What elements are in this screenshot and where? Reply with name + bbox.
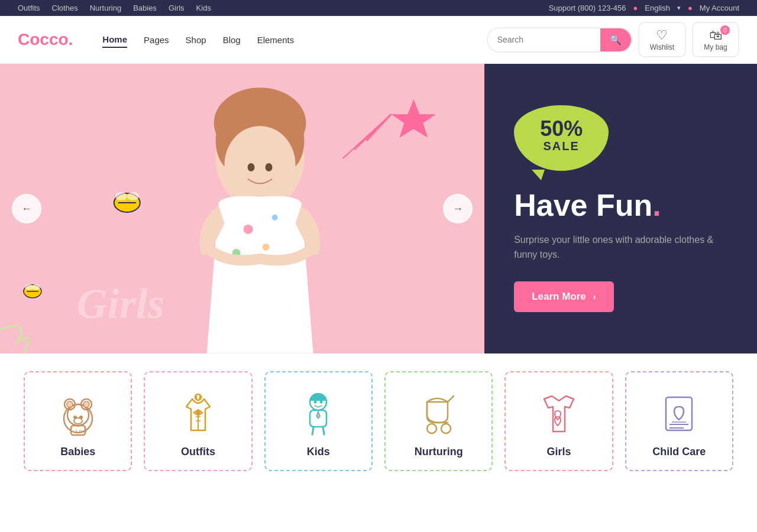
hero-content-panel: 50% SALE Have Fun. Surprise your little … xyxy=(484,64,757,353)
bear-icon: Love xyxy=(54,390,102,437)
nav-blog[interactable]: Blog xyxy=(223,33,241,47)
sale-badge: 50% SALE xyxy=(514,105,609,171)
kids-icon xyxy=(295,390,342,437)
category-girls-label: Girls xyxy=(517,446,600,458)
learn-more-button[interactable]: Learn More › xyxy=(514,281,613,312)
svg-text:Girls: Girls xyxy=(77,280,164,327)
svg-point-37 xyxy=(83,401,89,407)
svg-point-9 xyxy=(263,244,270,251)
hero-section: Girls ← → 50% SALE Have Fun. Surprise yo… xyxy=(0,64,757,353)
search-icon: 🔍 xyxy=(610,35,622,45)
svg-rect-54 xyxy=(666,397,692,430)
svg-text:Love: Love xyxy=(76,429,87,434)
chevron-down-icon: ▾ xyxy=(677,4,681,12)
svg-marker-47 xyxy=(316,411,320,419)
svg-point-11 xyxy=(272,215,278,220)
nav-pages[interactable]: Pages xyxy=(144,33,169,47)
svg-line-48 xyxy=(312,427,313,434)
search-button[interactable]: 🔍 xyxy=(600,28,631,51)
category-nurturing-label: Nurturing xyxy=(397,446,480,458)
category-babies-label: Babies xyxy=(37,446,119,458)
category-outfits[interactable]: Outfits xyxy=(144,371,252,471)
svg-point-50 xyxy=(314,401,317,404)
language-selector[interactable]: English xyxy=(645,4,670,12)
header-right: 🔍 ♡ Wishlist 0 🛍 My bag xyxy=(487,22,739,57)
support-text: Support (800) 123-456 xyxy=(549,4,626,12)
svg-point-52 xyxy=(427,424,436,433)
hero-background: Girls xyxy=(0,64,484,353)
top-nav-outfits[interactable]: Outfits xyxy=(18,4,40,12)
outfit-icon xyxy=(174,390,222,437)
sale-percent: 50% xyxy=(532,118,591,140)
svg-point-36 xyxy=(67,401,73,407)
nav-shop[interactable]: Shop xyxy=(186,33,206,47)
wishlist-button[interactable]: ♡ Wishlist xyxy=(638,22,686,57)
main-nav: Home Pages Shop Blog Elements xyxy=(102,32,294,48)
sale-label: SALE xyxy=(532,140,591,153)
logo[interactable]: Cocco. xyxy=(18,30,73,49)
hero-title-dot: . xyxy=(652,188,661,222)
learn-more-label: Learn More xyxy=(532,291,586,303)
svg-line-49 xyxy=(323,427,324,434)
search-wrap: 🔍 xyxy=(487,27,632,53)
nav-elements[interactable]: Elements xyxy=(257,33,295,47)
top-nav-kids[interactable]: Kids xyxy=(196,4,211,12)
svg-point-25 xyxy=(25,284,33,290)
hero-title-text: Have Fun xyxy=(514,188,652,222)
hero-description: Surprise your little ones with adorable … xyxy=(514,232,727,262)
heart-icon: ♡ xyxy=(656,28,668,43)
category-childcare[interactable]: Child Care xyxy=(625,371,733,471)
top-nav: Outfits Clothes Nurturing Babies Girls K… xyxy=(18,4,211,12)
svg-point-51 xyxy=(320,401,323,404)
category-babies[interactable]: Love Babies xyxy=(24,371,132,471)
category-nurturing[interactable]: Nurturing xyxy=(384,371,493,471)
svg-point-7 xyxy=(266,163,273,171)
hero-title: Have Fun. xyxy=(514,189,727,222)
svg-point-19 xyxy=(115,192,127,200)
next-arrow[interactable]: → xyxy=(443,194,473,223)
top-bar-right: Support (800) 123-456 ● English ▾ ● My A… xyxy=(549,4,739,12)
top-nav-clothes[interactable]: Clothes xyxy=(52,4,78,12)
header: Cocco. Home Pages Shop Blog Elements 🔍 ♡… xyxy=(0,16,757,64)
category-kids[interactable]: Kids xyxy=(264,371,373,471)
search-input[interactable] xyxy=(488,29,600,50)
nav-home[interactable]: Home xyxy=(102,32,127,48)
dot-separator-1: ● xyxy=(633,4,638,12)
bag-count-badge: 0 xyxy=(720,25,730,35)
account-link[interactable]: My Account xyxy=(700,4,739,12)
top-bar: Outfits Clothes Nurturing Babies Girls K… xyxy=(0,0,757,16)
bag-label: My bag xyxy=(704,43,727,51)
category-childcare-label: Child Care xyxy=(638,446,720,458)
top-nav-babies[interactable]: Babies xyxy=(133,4,157,12)
logo-dot: . xyxy=(69,30,73,48)
svg-point-20 xyxy=(127,192,139,200)
arrow-right-icon: › xyxy=(593,292,596,301)
girls-icon xyxy=(535,390,583,437)
childcare-icon xyxy=(655,390,703,437)
stroller-icon xyxy=(415,390,462,437)
hero-svg-bg: Girls xyxy=(0,64,484,353)
svg-point-33 xyxy=(74,418,82,424)
top-nav-girls[interactable]: Girls xyxy=(169,4,185,12)
svg-point-5 xyxy=(225,126,296,203)
svg-point-53 xyxy=(441,424,451,433)
categories-section: Love Babies Outfits xyxy=(0,353,757,489)
logo-text: Cocco xyxy=(18,30,69,48)
prev-arrow[interactable]: ← xyxy=(12,194,41,223)
svg-point-8 xyxy=(244,225,253,234)
category-outfits-label: Outfits xyxy=(157,446,239,458)
svg-point-6 xyxy=(248,163,255,171)
svg-point-26 xyxy=(32,284,40,290)
dot-separator-2: ● xyxy=(688,4,693,12)
category-girls[interactable]: Girls xyxy=(504,371,613,471)
top-nav-nurturing[interactable]: Nurturing xyxy=(90,4,121,12)
wishlist-label: Wishlist xyxy=(650,43,674,51)
category-kids-label: Kids xyxy=(277,446,360,458)
bag-button[interactable]: 0 🛍 My bag xyxy=(692,22,739,57)
hero-image-panel: Girls ← → xyxy=(0,64,484,353)
